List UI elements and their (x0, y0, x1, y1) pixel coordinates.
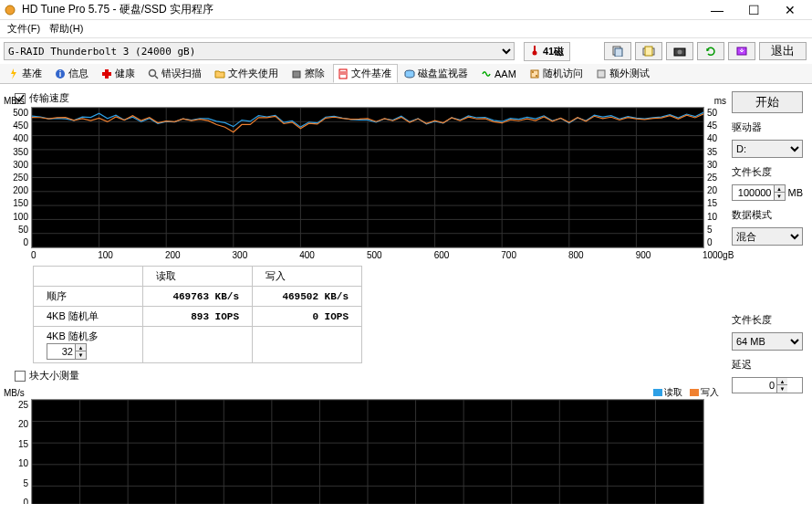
delay-label: 延迟 (732, 358, 803, 372)
svg-rect-6 (645, 47, 652, 56)
info-icon: i (55, 68, 66, 79)
svg-point-0 (5, 5, 15, 15)
drive-label: 驱动器 (732, 121, 803, 134)
tab-info[interactable]: i信息 (50, 64, 95, 83)
spin-up[interactable]: ▲ (75, 344, 86, 351)
tab-search[interactable]: 错误扫描 (143, 64, 208, 83)
tab-random[interactable]: 随机访问 (525, 64, 589, 83)
blocksize-checkbox[interactable] (15, 371, 26, 382)
svg-point-2 (533, 51, 537, 56)
filelen-spinner[interactable]: ▲▼ (732, 184, 786, 201)
svg-rect-13 (102, 72, 111, 76)
save-button[interactable] (728, 42, 755, 60)
file-icon (338, 68, 349, 79)
svg-point-14 (150, 69, 156, 76)
spin-down[interactable]: ▼ (75, 351, 86, 359)
chart1-title: 传输速度 (29, 91, 69, 105)
extra-icon (596, 68, 607, 79)
menu-help[interactable]: 帮助(H) (49, 22, 83, 36)
mode-select[interactable]: 混合 (732, 227, 803, 246)
disk-icon (404, 68, 415, 79)
blocksize-chart: 2520151050 (31, 399, 704, 504)
plus-icon (101, 68, 112, 79)
copy-button[interactable] (604, 42, 631, 60)
delay-spinner[interactable]: ▲▼ (732, 377, 803, 393)
filelen2-label: 文件长度 (732, 313, 803, 327)
svg-rect-16 (293, 71, 300, 78)
drive-select[interactable]: G-RAID Thunderbolt 3 (24000 gB) (4, 42, 515, 60)
aam-icon (481, 68, 492, 79)
tab-folder[interactable]: 文件夹使用 (210, 64, 285, 83)
tab-erase[interactable]: 擦除 (286, 64, 331, 83)
screenshot-button[interactable] (635, 42, 662, 60)
random-icon (529, 68, 540, 79)
svg-rect-24 (598, 70, 605, 78)
window-title: HD Tune Pro 5.75 - 硬盘/SSD 实用程序 (22, 2, 699, 17)
bolt-icon (8, 68, 19, 79)
queue-depth-spinner[interactable]: ▲▼ (47, 343, 87, 360)
minimize-button[interactable]: — (699, 1, 735, 19)
tab-disk[interactable]: 磁盘监视器 (400, 64, 474, 83)
camera-button[interactable] (666, 42, 693, 60)
temperature-badge: 41磁 (524, 42, 570, 61)
tab-plus[interactable]: 健康 (97, 64, 141, 83)
folder-icon (214, 68, 225, 79)
start-button[interactable]: 开始 (732, 91, 803, 113)
mode-label: 数据模式 (732, 208, 803, 222)
refresh-button[interactable] (697, 42, 724, 60)
transfer-chart: 500450400350300250200150100500 504540353… (31, 107, 704, 248)
menu-file[interactable]: 文件(F) (7, 22, 40, 36)
tab-file[interactable]: 文件基准 (333, 64, 398, 83)
thermometer-icon (530, 45, 539, 58)
svg-line-15 (155, 76, 158, 79)
svg-text:i: i (59, 69, 62, 79)
tab-extra[interactable]: 额外测试 (591, 64, 656, 83)
svg-point-8 (678, 50, 682, 55)
filelen2-select[interactable]: 64 MB (732, 332, 803, 351)
chart2-title: 块大小测量 (29, 369, 79, 383)
close-button[interactable]: ✕ (772, 1, 808, 19)
tab-bolt[interactable]: 基准 (4, 64, 48, 83)
search-icon (148, 68, 159, 79)
svg-rect-4 (615, 48, 622, 57)
results-table: 读取写入 顺序469763 KB/s469502 KB/s 4KB 随机单893… (33, 266, 362, 363)
svg-rect-21 (531, 70, 538, 78)
filelen-label: 文件长度 (732, 165, 803, 179)
erase-icon (291, 68, 302, 79)
exit-button[interactable]: 退出 (759, 42, 807, 60)
target-drive-select[interactable]: D: (732, 140, 803, 158)
tab-aam[interactable]: AAM (476, 66, 523, 82)
maximize-button[interactable]: ☐ (735, 1, 772, 19)
app-icon (4, 4, 16, 16)
svg-point-22 (532, 71, 534, 73)
svg-point-23 (536, 75, 537, 77)
